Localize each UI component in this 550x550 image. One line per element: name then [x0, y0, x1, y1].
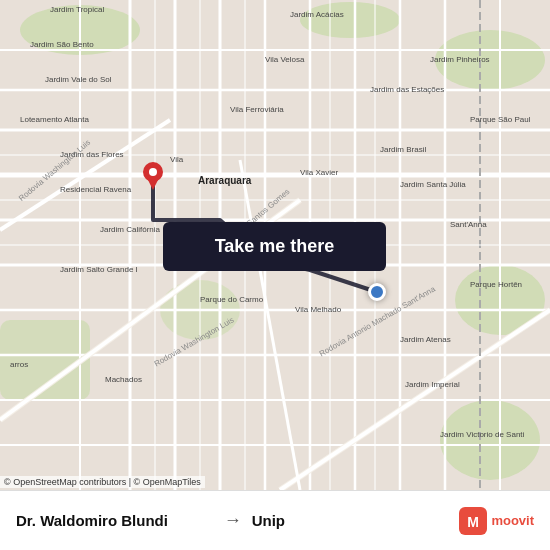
map-label: Vila Xavier	[300, 168, 338, 177]
map-label: Machados	[105, 375, 142, 384]
map-label: Jardim Acácias	[290, 10, 344, 19]
map-label: Vila Ferroviária	[230, 105, 284, 114]
svg-point-5	[440, 400, 540, 480]
map-label: Jardim Vale do Sol	[45, 75, 112, 84]
map-label: Jardim Imperial	[405, 380, 460, 389]
svg-text:M: M	[468, 514, 480, 530]
svg-marker-44	[147, 178, 159, 190]
map-label: Parque Hortên	[470, 280, 522, 289]
map-label: Jardim Salto Grande I	[60, 265, 138, 274]
map-label: Jardim Atenas	[400, 335, 451, 344]
svg-point-2	[300, 2, 400, 38]
map-container: Jardim TropicalJardim AcáciasJardim São …	[0, 0, 550, 490]
direction-arrow: →	[224, 510, 242, 531]
map-label: Jardim Califórnia	[100, 225, 160, 234]
map-label: Araraquara	[198, 175, 251, 186]
map-label: arros	[10, 360, 28, 369]
map-label: Jardim Santa Júlia	[400, 180, 466, 189]
destination-label: Unip	[252, 512, 450, 529]
map-attribution: © OpenStreetMap contributors | © OpenMap…	[0, 476, 205, 488]
map-label: Parque do Carmo	[200, 295, 263, 304]
origin-label: Dr. Waldomiro Blundi	[16, 512, 214, 529]
origin-marker	[143, 162, 163, 190]
map-label: Jardim São Bento	[30, 40, 94, 49]
take-me-there-button[interactable]: Take me there	[163, 222, 386, 271]
moovit-text: moovit	[491, 513, 534, 528]
destination-marker	[368, 283, 386, 301]
map-label: Loteamento Atlanta	[20, 115, 89, 124]
map-label: Vila Velosa	[265, 55, 304, 64]
moovit-logo: M moovit	[459, 507, 534, 535]
map-label: Jardim Brasil	[380, 145, 426, 154]
map-label: Jardim Victorio de Santi	[440, 430, 524, 439]
map-label: Vila	[170, 155, 183, 164]
map-label: Jardim Tropical	[50, 5, 104, 14]
map-label: Jardim das Estações	[370, 85, 444, 94]
moovit-icon: M	[459, 507, 487, 535]
svg-point-45	[149, 168, 157, 176]
map-label: Jardim Pinheiros	[430, 55, 490, 64]
map-label: Parque São Paul	[470, 115, 531, 124]
map-label: Sant'Anna	[450, 220, 487, 229]
map-label: Vila Melhado	[295, 305, 341, 314]
map-label: Residencial Ravena	[60, 185, 131, 194]
bottom-bar: Dr. Waldomiro Blundi → Unip M moovit	[0, 490, 550, 550]
